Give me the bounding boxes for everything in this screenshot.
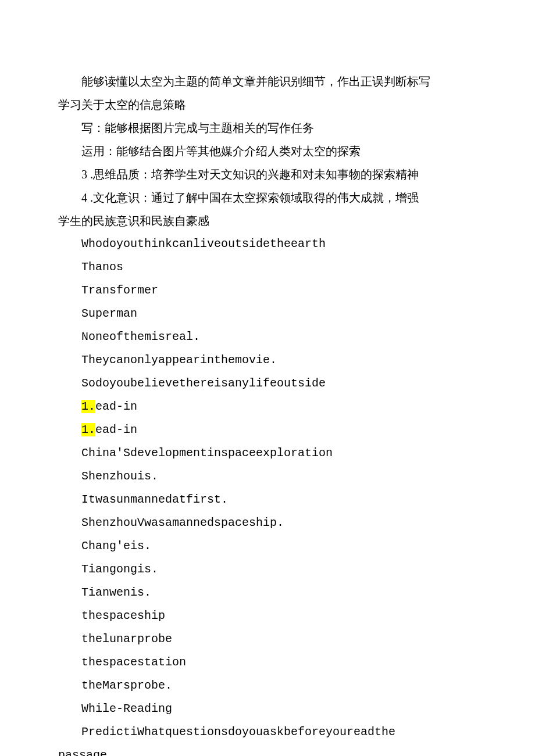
- text-line: thespacestation: [58, 651, 477, 674]
- text-line: passage: [58, 744, 477, 756]
- text-line: 1.ead-in: [58, 418, 477, 442]
- text-line: Shenzhouis.: [58, 465, 477, 488]
- text-line: Itwasunmannedatfirst.: [58, 488, 477, 511]
- text-line: 写：能够根据图片完成与主题相关的写作任务: [58, 116, 477, 139]
- text-line: 3 .思维品质：培养学生对天文知识的兴趣和对未知事物的探索精神: [58, 163, 477, 186]
- text-line: thespaceship: [58, 604, 477, 628]
- text-line: 运用：能够结合图片等其他媒介介绍人类对太空的探索: [58, 139, 477, 163]
- text-line: Superman: [58, 302, 477, 325]
- text-line: Whodoyouthinkcanliveoutsidetheearth: [58, 232, 477, 256]
- text-span: ead-in: [95, 400, 137, 413]
- highlighted-text: 1.: [81, 400, 95, 413]
- text-line: China'Sdevelopmentinspaceexploration: [58, 442, 477, 465]
- text-line: Chang'eis.: [58, 535, 477, 558]
- text-line: Tiangongis.: [58, 558, 477, 581]
- text-line: Noneofthemisreal.: [58, 325, 477, 349]
- document-page: 能够读懂以太空为主题的简单文章并能识别细节，作出正误判断标写学习关于太空的信息策…: [0, 0, 535, 756]
- text-line: 学习关于太空的信息策略: [58, 93, 477, 116]
- text-line: Thanos: [58, 256, 477, 279]
- text-line: theMarsprobe.: [58, 674, 477, 697]
- text-span: ead-in: [95, 423, 137, 436]
- text-line: 学生的民族意识和民族自豪感: [58, 209, 477, 232]
- text-line: Transformer: [58, 279, 477, 302]
- text-line: Tianwenis.: [58, 581, 477, 604]
- text-line: While-Reading: [58, 697, 477, 721]
- highlighted-text: 1.: [81, 423, 95, 436]
- text-line: Sodoyoubelievethereisanylifeoutside: [58, 372, 477, 395]
- text-line: thelunarprobe: [58, 628, 477, 651]
- text-line: 1.ead-in: [58, 395, 477, 418]
- text-line: Theycanonlyappearinthemovie.: [58, 349, 477, 372]
- text-line: ShenzhouVwasamannedspaceship.: [58, 511, 477, 535]
- text-line: 4 .文化意识：通过了解中国在太空探索领域取得的伟大成就，增强: [58, 186, 477, 209]
- text-line: PredictiWhatquestionsdoyouaskbeforeyoure…: [58, 721, 477, 744]
- text-line: 能够读懂以太空为主题的简单文章并能识别细节，作出正误判断标写: [58, 70, 477, 93]
